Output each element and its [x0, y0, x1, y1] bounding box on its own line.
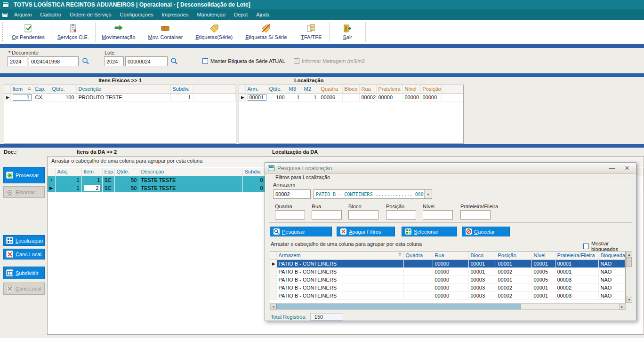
col-rua[interactable]: Rua: [359, 85, 376, 93]
cell-quadra[interactable]: [403, 267, 433, 275]
cell-descricao[interactable]: PRODUTO TESTE: [76, 93, 170, 101]
cell-subdiv[interactable]: 1: [170, 93, 193, 101]
cell-nivel[interactable]: 00001: [531, 283, 555, 291]
armazem-combo[interactable]: PATIO B - CONTEINERS ............. 00002…: [314, 189, 432, 199]
col-esp[interactable]: Esp.: [33, 85, 50, 93]
bloco-input[interactable]: [348, 210, 378, 220]
cell-posicao[interactable]: 00001: [496, 275, 531, 283]
col-item[interactable]: Item△: [10, 85, 33, 93]
documento-year-input[interactable]: [8, 56, 27, 66]
tfa-tfe-button[interactable]: TFA/TFE: [294, 20, 329, 44]
mostrar-bloqueados-checkbox[interactable]: Mostrar bloqueados: [583, 241, 636, 252]
posicao-input[interactable]: [386, 210, 416, 220]
cell-editor[interactable]: 2: [84, 185, 101, 191]
cell-prateleira-fileira[interactable]: 00001: [555, 259, 598, 267]
rua-input[interactable]: [312, 210, 342, 220]
mov-container-button[interactable]: Mov. Container: [143, 20, 189, 44]
lote-year-input[interactable]: [104, 56, 124, 66]
vertical-scrollbar[interactable]: ▲ ▼: [626, 251, 632, 303]
cell-m3[interactable]: 1: [287, 93, 302, 101]
scroll-up-icon[interactable]: ▲: [626, 252, 632, 258]
cell-arm[interactable]: 00001: [245, 93, 267, 101]
menu-impressoes[interactable]: Impressões: [158, 10, 193, 19]
cell-descricao[interactable]: TESTE TESTE: [139, 184, 242, 192]
scroll-left-icon[interactable]: ◄: [270, 304, 276, 310]
cell-quadra[interactable]: [403, 291, 433, 299]
cell-bloqueada[interactable]: NAO: [598, 267, 625, 275]
cell-armazem[interactable]: PATIO B - CONTEINERS: [276, 291, 403, 299]
selecionar-button[interactable]: Selecionar: [402, 227, 457, 236]
search-result-row[interactable]: PATIO B - CONTEINERS 00000 00003 00001 0…: [270, 275, 625, 283]
movimentacao-button[interactable]: Movimentação: [96, 20, 141, 44]
cell-subdiv[interactable]: 0: [242, 184, 265, 192]
col-posicao[interactable]: Posição: [496, 252, 531, 259]
cell-armazem[interactable]: PATIO B - CONTEINERS: [276, 283, 403, 291]
cell-esp[interactable]: SC: [102, 184, 114, 192]
cell-armazem[interactable]: PATIO B - CONTEINERS: [276, 267, 403, 275]
menu-ajuda[interactable]: Ajuda: [252, 10, 274, 19]
dialog-group-by-hint[interactable]: Arrastar o cabeçalho de uma coluna para …: [271, 241, 422, 247]
apagar-filtros-button[interactable]: Apagar Filtros: [337, 227, 395, 236]
minimize-button[interactable]: —: [606, 165, 618, 172]
cell-item[interactable]: 1: [10, 93, 33, 101]
cell-esp[interactable]: CX: [33, 93, 50, 101]
close-button[interactable]: ✕: [621, 165, 633, 172]
cell-bloqueada[interactable]: NAO: [598, 283, 625, 291]
cell-item[interactable]: 1: [81, 176, 102, 184]
col-descricao[interactable]: Descrição: [76, 85, 170, 93]
manter-etiqueta-checkbox[interactable]: Manter Etiqueta de Série ATUAL: [202, 58, 285, 64]
etiquetas-serie-button[interactable]: Etiquetas(Série): [190, 20, 238, 44]
documento-search-icon[interactable]: [81, 56, 90, 66]
cell-prateleira-fileira[interactable]: 00003: [555, 291, 598, 299]
col-nivel[interactable]: Nível: [531, 252, 555, 259]
col-quadra[interactable]: Quadra: [319, 85, 342, 93]
col-arm[interactable]: Arm.: [245, 85, 267, 93]
dialog-titlebar[interactable]: Pesquisa Localização — ✕: [265, 163, 636, 174]
cell-posicao[interactable]: 00000: [420, 93, 441, 101]
col-esp[interactable]: Esp.: [102, 168, 114, 176]
search-result-row[interactable]: PATIO B - CONTEINERS 00000 00003 00002 0…: [270, 283, 625, 291]
cell-descricao[interactable]: TESTE TESTE: [139, 176, 242, 184]
menu-arquivo[interactable]: Arquivo: [10, 10, 36, 19]
sair-button[interactable]: Sair: [330, 20, 365, 44]
col-adic[interactable]: Adiç.: [55, 168, 81, 176]
cell-bloqueada[interactable]: NAO: [598, 291, 625, 299]
cell-nivel[interactable]: 00005: [531, 267, 555, 275]
documento-number-input[interactable]: [29, 56, 79, 66]
cell-m2[interactable]: 1: [302, 93, 319, 101]
horizontal-scrollbar[interactable]: ◄ ►: [270, 303, 626, 310]
toolbar-grip[interactable]: [2, 23, 4, 41]
cell-editor[interactable]: 1: [13, 94, 32, 101]
col-bloco[interactable]: Bloco: [342, 85, 359, 93]
localizacao-row[interactable]: ▶ 00001 100 1 1 00006 00002 00000 00000 …: [239, 93, 463, 101]
menu-configuracoes[interactable]: Configurações: [116, 10, 158, 19]
os-pendentes-button[interactable]: Os Pendentes: [6, 20, 50, 44]
chevron-down-icon[interactable]: ▼: [424, 190, 432, 198]
col-quadra[interactable]: Quadra: [403, 252, 433, 259]
cell-bloco[interactable]: 00003: [468, 291, 496, 299]
cell-armazem[interactable]: PATIO B - CONTEINERS: [276, 275, 403, 283]
cell-prateleira-fileira[interactable]: 00001: [555, 267, 598, 275]
cell-rua[interactable]: 00002: [359, 93, 376, 101]
search-result-row[interactable]: ▶ PATIO B - CONTEINERS 00000 00001 00001…: [270, 259, 625, 267]
lote-number-input[interactable]: [125, 56, 168, 66]
cell-bloco[interactable]: 00003: [468, 283, 496, 291]
armazem-input[interactable]: [273, 189, 311, 199]
cell-bloco[interactable]: 00001: [468, 267, 496, 275]
scroll-down-icon[interactable]: ▼: [626, 297, 632, 303]
cell-rua[interactable]: 00000: [433, 275, 468, 283]
cell-posicao[interactable]: 00002: [496, 283, 531, 291]
cell-quadra[interactable]: [403, 275, 433, 283]
cell-nivel[interactable]: 00001: [531, 259, 555, 267]
prateleira-fileira-input[interactable]: [460, 210, 491, 220]
cell-rua[interactable]: 00000: [433, 283, 468, 291]
col-qtde[interactable]: Qtde.: [267, 85, 287, 93]
pesquisar-button[interactable]: Pesquisar: [270, 227, 332, 236]
cell-qtde[interactable]: 100: [267, 93, 287, 101]
nivel-input[interactable]: [423, 210, 453, 220]
col-m2[interactable]: M2: [302, 85, 319, 93]
cell-nivel[interactable]: 00001: [531, 291, 555, 299]
col-qtde[interactable]: Qtde.: [50, 85, 76, 93]
cell-bloco[interactable]: [342, 93, 359, 101]
search-result-row[interactable]: PATIO B - CONTEINERS 00000 00001 00002 0…: [270, 267, 625, 275]
